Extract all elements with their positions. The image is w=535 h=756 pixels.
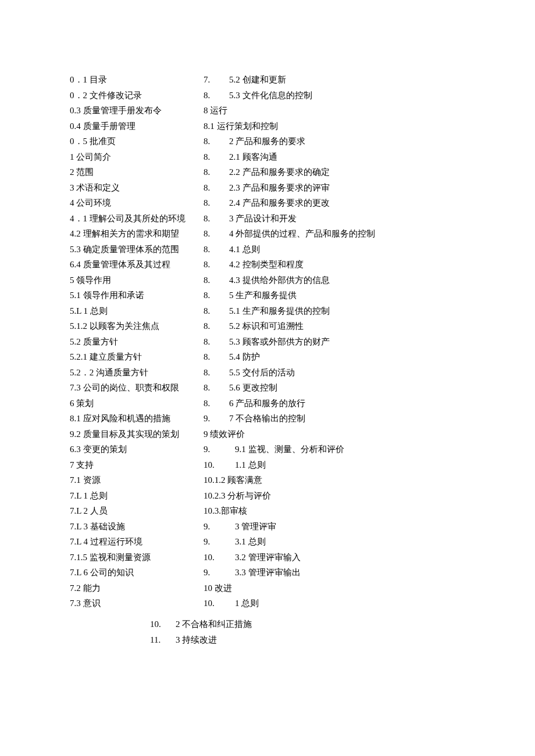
toc-entry: 11.3 持续改进 <box>150 632 252 648</box>
toc-entry: 8.4.2 控制类型和程度 <box>204 257 375 273</box>
toc-entry: 9 绩效评价 <box>204 427 375 442</box>
toc-entry: 2 范围 <box>70 164 186 180</box>
toc-entry-text: 1 总则 <box>235 599 259 608</box>
toc-entry: 8.5.1 生产和服务提供的控制 <box>204 303 375 319</box>
toc-entry: 9.3.1 总则 <box>204 534 375 550</box>
toc-entry-prefix: 10. <box>204 457 235 473</box>
toc-entry: 5.1.2 以顾客为关注焦点 <box>70 318 186 334</box>
toc-entry-text: 6 产品和服务的放行 <box>229 399 305 408</box>
toc-entry: 8.2.1 顾客沟通 <box>204 149 375 165</box>
toc-entry: 6.3 变更的策划 <box>70 442 186 457</box>
toc-left-column: 0．1 目录0．2 文件修改记录0.3 质量管理手册发布令0.4 质量手册管理0… <box>70 72 186 611</box>
toc-entry: 8.2.4 产品和服务要求的更改 <box>204 195 375 211</box>
toc-entry-text: 5.3 顾客或外部供方的财产 <box>229 337 330 346</box>
toc-entry: 0．2 文件修改记录 <box>70 88 186 103</box>
toc-entry-text: 2 不合格和纠正措施 <box>176 619 252 629</box>
toc-entry-prefix: 8. <box>204 257 229 273</box>
toc-entry-text: 5.1 生产和服务提供的控制 <box>229 306 330 316</box>
toc-entry-text: 4.2 控制类型和程度 <box>229 260 304 269</box>
toc-entry-prefix: 8. <box>204 164 229 180</box>
toc-entry-prefix: 10. <box>150 617 176 632</box>
toc-entry: 9.2 质量目标及其实现的策划 <box>70 427 186 442</box>
toc-entry: 7.L 1 总则 <box>70 488 186 504</box>
toc-entry: 8.6 产品和服务的放行 <box>204 396 375 411</box>
toc-entry: 10.1 总则 <box>204 596 375 611</box>
document-page: 0．1 目录0．2 文件修改记录0.3 质量管理手册发布令0.4 质量手册管理0… <box>0 0 535 756</box>
toc-entry: 10.1.1 总则 <box>204 457 375 473</box>
toc-entry-prefix: 9. <box>204 411 229 427</box>
toc-entry: 8.2 产品和服务的要求 <box>204 134 375 149</box>
toc-entry: 5.1 领导作用和承诺 <box>70 288 186 303</box>
toc-entry: 8.5.5 交付后的活动 <box>204 365 375 381</box>
toc-entry: 7.2 能力 <box>70 581 186 596</box>
toc-entry-prefix: 8. <box>204 226 229 242</box>
toc-entry-text: 4.1 总则 <box>229 245 260 254</box>
toc-entry-text: 3.1 总则 <box>235 537 266 546</box>
toc-entry-text: 3 管理评审 <box>235 522 276 531</box>
toc-entry: 5 领导作用 <box>70 273 186 288</box>
toc-entry-text: 7 不合格输出的控制 <box>229 414 305 423</box>
toc-entry: 0．1 目录 <box>70 72 186 88</box>
toc-entry-prefix: 8. <box>204 195 229 211</box>
toc-entry: 5.2．2 沟通质量方针 <box>70 365 186 381</box>
toc-entry: 7 支持 <box>70 457 186 473</box>
toc-entry: 4.2 理解相关方的需求和期望 <box>70 226 186 242</box>
toc-entry: 10.3.2 管理评审输入 <box>204 550 375 565</box>
toc-entry-prefix: 11. <box>150 632 176 648</box>
toc-entry-text: 5.5 交付后的活动 <box>229 368 295 377</box>
toc-entry: 8.2.3 产品和服务要求的评审 <box>204 180 375 196</box>
toc-entry-prefix: 8. <box>204 134 229 149</box>
toc-entry-text: 5.2 创建和更新 <box>229 75 286 84</box>
toc-entry-prefix: 8. <box>204 318 229 334</box>
toc-entry: 3 术语和定义 <box>70 180 186 196</box>
toc-entry: 8.1 应对风险和机遇的措施 <box>70 411 186 427</box>
toc-entry-text: 3 持续改进 <box>176 635 217 644</box>
toc-entry: 5.L 1 总则 <box>70 303 186 319</box>
toc-entry: 10.2.3 分析与评价 <box>204 488 375 504</box>
toc-entry: 9.7 不合格输出的控制 <box>204 411 375 427</box>
toc-entry: 0．5 批准页 <box>70 134 186 149</box>
toc-entry: 7.L 3 基础设施 <box>70 519 186 535</box>
toc-entry: 7.L 2 人员 <box>70 503 186 519</box>
toc-entry-prefix: 8. <box>204 88 229 103</box>
toc-entry: 8.5.3 文件化信息的控制 <box>204 88 375 103</box>
toc-entry-prefix: 8. <box>204 380 229 396</box>
toc-entry-text: 2.3 产品和服务要求的评审 <box>229 183 330 192</box>
toc-entry-text: 3 产品设计和开发 <box>229 214 297 223</box>
toc-entry-prefix: 8. <box>204 180 229 196</box>
toc-entry: 8 运行 <box>204 103 375 119</box>
toc-entry: 5.2.1 建立质量方针 <box>70 349 186 365</box>
toc-entry: 8.5.6 更改控制 <box>204 380 375 396</box>
toc-entry: 8.4.3 提供给外部供方的信息 <box>204 273 375 288</box>
toc-entry: 7.L 6 公司的知识 <box>70 565 186 581</box>
toc-entry-prefix: 8. <box>204 149 229 165</box>
toc-entry-prefix: 9. <box>204 565 235 581</box>
toc-entry: 4．1 理解公司及其所处的环境 <box>70 211 186 227</box>
toc-entry-text: 2 产品和服务的要求 <box>229 137 305 146</box>
toc-entry: 8.4 外部提供的过程、产品和服务的控制 <box>204 226 375 242</box>
toc-entry: 8.3 产品设计和开发 <box>204 211 375 227</box>
toc-entry-text: 1.1 总则 <box>235 460 266 470</box>
toc-entry: 10.1.2 顾客满意 <box>204 472 375 488</box>
toc-entry: 9.3.3 管理评审输出 <box>204 565 375 581</box>
toc-entry: 0.4 质量手册管理 <box>70 119 186 134</box>
toc-entry-prefix: 9. <box>204 519 235 535</box>
toc-entry: 7.L 4 过程运行环境 <box>70 534 186 550</box>
toc-entry-prefix: 9. <box>204 442 235 457</box>
toc-entry-prefix: 8. <box>204 273 229 288</box>
toc-entry-prefix: 10. <box>204 550 235 565</box>
toc-entry: 10 改进 <box>204 581 375 596</box>
toc-entry: 8.2.2 产品和服务要求的确定 <box>204 164 375 180</box>
toc-entry: 7.5.2 创建和更新 <box>204 72 375 88</box>
toc-entry-prefix: 8. <box>204 242 229 257</box>
toc-entry: 8.4.1 总则 <box>204 242 375 257</box>
toc-entry-text: 2.4 产品和服务要求的更改 <box>229 198 330 207</box>
toc-entry: 8.5 生产和服务提供 <box>204 288 375 303</box>
toc-entry-text: 3.2 管理评审输入 <box>235 553 301 562</box>
toc-entry: 5.2 质量方针 <box>70 334 186 350</box>
toc-entry: 8.5.3 顾客或外部供方的财产 <box>204 334 375 350</box>
toc-entry: 4 公司环境 <box>70 195 186 211</box>
toc-entry: 7.3 意识 <box>70 596 186 611</box>
toc-entry-text: 5.6 更改控制 <box>229 383 277 392</box>
toc-entry-text: 9.1 监视、测量、分析和评价 <box>235 445 344 454</box>
